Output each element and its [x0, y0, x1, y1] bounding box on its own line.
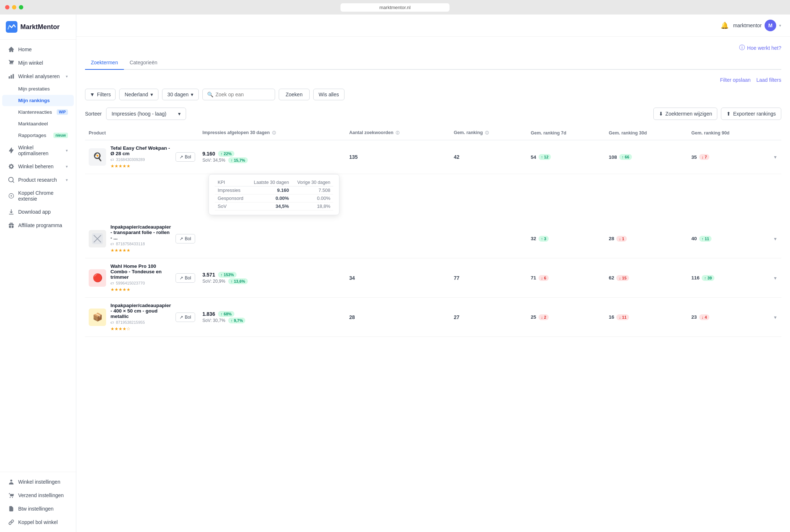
expand-cell-2[interactable]: ▾ — [770, 219, 781, 258]
expand-cell-1[interactable]: ▾ — [770, 140, 781, 174]
ean-search-bar: 🔍 — [202, 89, 275, 100]
th-keywords: Aantal zoekwoorden ⓘ — [346, 126, 450, 140]
ean-search-input[interactable] — [215, 92, 266, 97]
product-ean-2: 8718758433118 — [116, 242, 145, 246]
notification-bell-icon[interactable]: 🔔 — [721, 21, 729, 29]
sov-change-badge-1: ↑ 15,7% — [228, 157, 248, 163]
expand-icon-1[interactable]: ▾ — [774, 154, 777, 160]
sidebar-item-marktaandeel[interactable]: Marktaandeel — [2, 118, 74, 129]
sidebar-item-mijn-winkel[interactable]: Mijn winkel — [2, 56, 74, 69]
tooltip-kpi-impressies: Impressies — [215, 186, 248, 194]
product-stars-3: ★★★★★ — [110, 287, 171, 292]
tooltip-last-gesponsord: 0.00% — [248, 194, 292, 202]
tooltip-kpi-header: KPI — [215, 179, 248, 186]
tab-categorieen[interactable]: Categorieën — [124, 56, 163, 70]
sidebar-item-mijn-prestaties[interactable]: Mijn prestaties — [2, 83, 74, 94]
product-info-1: Tefal Easy Chef Wokpan - Ø 28 cm 🏷 31684… — [110, 145, 171, 169]
sov-change-badge-3: ↑ 13,6% — [228, 278, 248, 284]
expand-icon-2[interactable]: ▾ — [774, 236, 777, 242]
th-rank-7d: Gem. ranking 7d — [527, 126, 605, 140]
sidebar-item-koppel-bol[interactable]: Koppel bol winkel — [2, 516, 74, 529]
product-stars-1: ★★★★★ — [110, 164, 171, 169]
sidebar-label-klantenreacties: Klantenreacties — [18, 109, 52, 115]
table-body: 🍳 Tefal Easy Chef Wokpan - Ø 28 cm 🏷 316… — [85, 140, 781, 337]
new-badge: nieuw — [53, 133, 68, 138]
sidebar-item-winkel-beheren[interactable]: Winkel beheren ▾ — [2, 160, 74, 173]
product-ean-3: 5996415023770 — [116, 281, 145, 285]
bol-button-3[interactable]: ↗ Bol — [176, 273, 195, 283]
sidebar-item-koppel-chrome[interactable]: Koppel Chrome extensie — [2, 187, 74, 205]
tooltip-row-impressies: Impressies 9.160 7.508 — [215, 186, 333, 194]
sidebar-item-verzend-instellingen[interactable]: Verzend instellingen — [2, 489, 74, 502]
country-select[interactable]: Nederland ▾ — [119, 89, 158, 100]
expand-cell-3[interactable]: ▾ — [770, 258, 781, 298]
user-avatar: M — [765, 20, 776, 31]
table-row: 🔴 Wahl Home Pro 100 Combo - Tondeuse en … — [85, 258, 781, 298]
laad-filters-link[interactable]: Laad filters — [757, 77, 781, 83]
help-link[interactable]: ⓘ Hoe werkt het? — [739, 44, 781, 52]
tooltip-prev-sov: 18,8% — [292, 202, 333, 210]
sidebar-item-affiliate[interactable]: Affiliate programma — [2, 219, 74, 232]
expand-icon-4[interactable]: ▾ — [774, 314, 777, 320]
sidebar-item-download-app[interactable]: Download app — [2, 205, 74, 218]
fullscreen-dot[interactable] — [19, 5, 23, 9]
sidebar-item-mijn-rankings[interactable]: Mijn rankings — [2, 95, 74, 106]
product-cell-1: 🍳 Tefal Easy Chef Wokpan - Ø 28 cm 🏷 316… — [85, 140, 199, 174]
sidebar-item-btw-instellingen[interactable]: Btw instellingen — [2, 502, 74, 515]
impressions-sov-4: SoV: 30,7% — [202, 318, 225, 323]
external-link-icon-4: ↗ — [180, 315, 183, 320]
sidebar-item-klantenreacties[interactable]: Klantenreacties WIP — [2, 106, 74, 118]
days-select[interactable]: 30 dagen ▾ — [162, 89, 199, 100]
country-chevron-icon: ▾ — [150, 92, 153, 97]
search-button[interactable]: Zoeken — [279, 89, 310, 100]
user-menu[interactable]: marktmentor M ▾ — [733, 20, 781, 31]
ean-icon: 🏷 — [110, 158, 114, 162]
rank-7d-change-1: ↑ 12 — [539, 154, 551, 160]
external-link-icon-3: ↗ — [180, 275, 183, 281]
table-row: 📦 Inpakpapier/cadeaupapier - 400 × 50 cm… — [85, 298, 781, 337]
expand-cell-4[interactable]: ▾ — [770, 298, 781, 337]
edit-keywords-button[interactable]: ⬇ Zoektermen wijzigen — [653, 108, 717, 120]
export-rankings-button[interactable]: ⬆ Exporteer rankings — [721, 108, 781, 120]
filter-opslaan-link[interactable]: Filter opslaan — [720, 77, 750, 83]
filters-bar: ▼ Filters Nederland ▾ 30 dagen ▾ 🔍 Zoeke… — [85, 89, 781, 100]
rank-30d-change-4: ↓ 11 — [616, 314, 629, 320]
impressions-change-badge-4: ↑ 68% — [218, 311, 234, 317]
window-controls — [5, 5, 23, 9]
sidebar-item-product-research[interactable]: Product research ▾ — [2, 173, 74, 186]
rank-30d-cell-1: 108 ↑ 66 — [605, 140, 688, 174]
sidebar-item-winkel-optimaliseren[interactable]: Winkel optimaliseren ▾ — [2, 141, 74, 160]
external-link-icon: ↗ — [180, 154, 183, 160]
upload-icon: ⬆ — [726, 111, 731, 117]
sidebar-label-rapportages: Rapportages — [18, 133, 46, 138]
bol-button-1[interactable]: ↗ Bol — [176, 152, 195, 162]
filters-button[interactable]: ▼ Filters — [85, 89, 116, 100]
sidebar-item-rapportages[interactable]: Rapportages nieuw — [2, 130, 74, 141]
sidebar-item-winkel-analyseren[interactable]: Winkel analyseren ▾ — [2, 70, 74, 83]
sort-select[interactable]: Impressies (hoog - laag) ▾ — [106, 108, 186, 120]
tooltip-last-sov: 34,5% — [248, 202, 292, 210]
bol-button-2[interactable]: ↗ Bol — [176, 234, 195, 243]
clear-all-button[interactable]: Wis alles — [313, 89, 344, 100]
sidebar-bottom: Winkel instellingen Verzend instellingen… — [0, 472, 76, 532]
tooltip-prev-gesponsord: 0.00% — [292, 194, 333, 202]
sidebar-item-home[interactable]: Home — [2, 43, 74, 56]
avg-rank-cell-1: 42 — [450, 140, 527, 174]
bol-button-4[interactable]: ↗ Bol — [176, 313, 195, 322]
user-menu-chevron-icon: ▾ — [779, 23, 781, 28]
top-bar: 🔔 marktmentor M ▾ — [76, 15, 790, 37]
close-dot[interactable] — [5, 5, 9, 9]
impressions-number-1: 9.160 — [202, 151, 215, 157]
url-bar[interactable]: marktmentor.nl — [340, 3, 450, 12]
sidebar: MarktMentor Home Mijn winkel Winkel anal… — [0, 15, 76, 532]
tooltip-row-1: KPI Laatste 30 dagen Vorige 30 dagen Imp — [85, 174, 781, 219]
rank-7d-value-3: 71 — [531, 275, 536, 281]
rank-7d-cell-4: 25 ↓ 2 — [527, 298, 605, 337]
sidebar-item-winkel-instellingen[interactable]: Winkel instellingen — [2, 475, 74, 488]
help-circle-icon: ⓘ — [739, 44, 745, 52]
expand-icon-3[interactable]: ▾ — [774, 275, 777, 281]
tab-zoektermen[interactable]: Zoektermen — [85, 56, 124, 70]
bol-label-4: Bol — [185, 315, 191, 320]
rank-90d-change-3: ↑ 39 — [702, 275, 714, 281]
minimize-dot[interactable] — [12, 5, 16, 9]
